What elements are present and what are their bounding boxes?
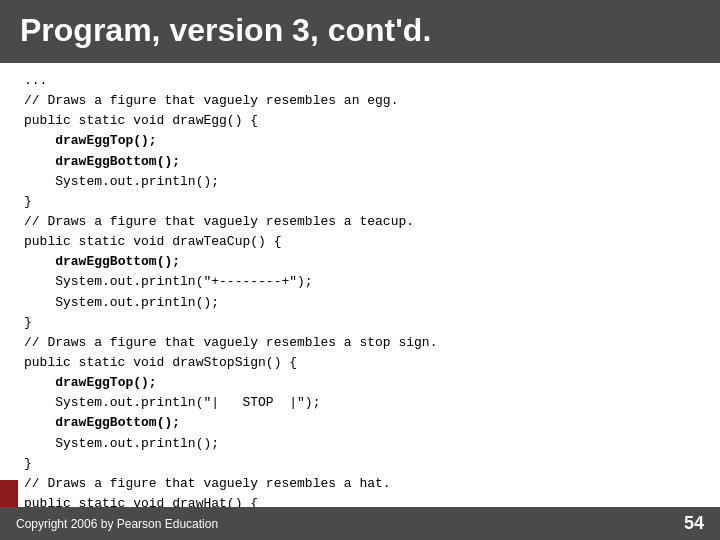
code-line: public static void drawEgg() { (24, 111, 696, 131)
code-content: ...// Draws a figure that vaguely resemb… (0, 63, 720, 540)
code-line: drawEggBottom(); (24, 252, 696, 272)
copyright-text: Copyright 2006 by Pearson Education (16, 517, 218, 531)
code-line: System.out.println(); (24, 434, 696, 454)
code-line: drawEggTop(); (24, 131, 696, 151)
slide-title: Program, version 3, cont'd. (20, 12, 431, 49)
code-line: System.out.println("+--------+"); (24, 272, 696, 292)
code-line: public static void drawTeaCup() { (24, 232, 696, 252)
code-line: // Draws a figure that vaguely resembles… (24, 212, 696, 232)
corner-decoration (0, 480, 18, 508)
code-line: drawEggBottom(); (24, 413, 696, 433)
page-number: 54 (684, 513, 704, 534)
code-line: System.out.println(); (24, 293, 696, 313)
code-line: drawEggBottom(); (24, 152, 696, 172)
code-line: drawEggTop(); (24, 373, 696, 393)
slide-header: Program, version 3, cont'd. (0, 0, 720, 63)
code-line: System.out.println("| STOP |"); (24, 393, 696, 413)
code-line: // Draws a figure that vaguely resembles… (24, 474, 696, 494)
code-line: } (24, 454, 696, 474)
code-line: public static void drawStopSign() { (24, 353, 696, 373)
code-line: } (24, 313, 696, 333)
slide-footer: Copyright 2006 by Pearson Education 54 (0, 507, 720, 540)
code-line: // Draws a figure that vaguely resembles… (24, 333, 696, 353)
code-line: ... (24, 71, 696, 91)
code-line: } (24, 192, 696, 212)
code-line: System.out.println(); (24, 172, 696, 192)
code-line: // Draws a figure that vaguely resembles… (24, 91, 696, 111)
